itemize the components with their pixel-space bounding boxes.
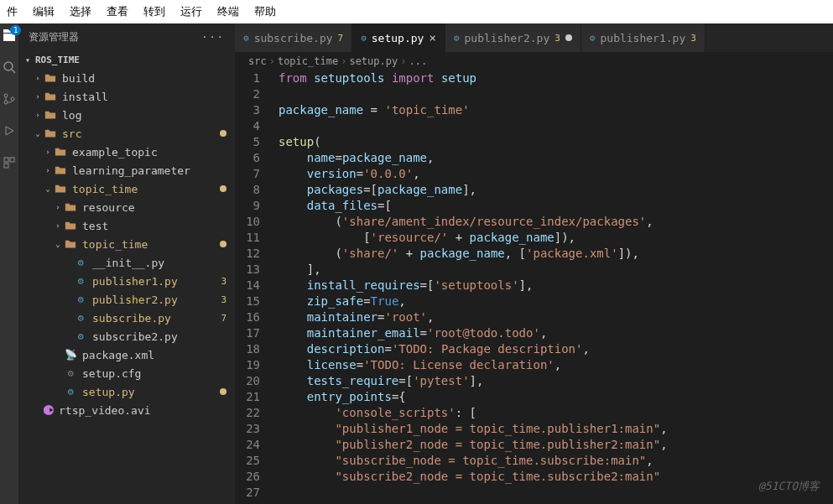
xml-icon [64,348,77,361]
problem-badge: 3 [221,276,226,287]
chevron-down-icon: ⌄ [34,129,42,138]
breadcrumbs[interactable]: src›topic_time›setup.py›... [235,52,833,70]
explorer-icon[interactable]: 1 [3,29,16,45]
chevron-right-icon: › [34,111,42,119]
tree-label: __init__.py [92,257,226,269]
svg-rect-7 [4,164,8,168]
modified-dot-icon [220,241,226,247]
menu-item[interactable]: 运行 [180,4,202,19]
tree-row[interactable]: ⌄src [18,124,235,143]
tab-badge: 3 [690,33,696,44]
menu-item[interactable]: 件 [7,4,18,19]
tab-label: publisher1.py [600,32,685,44]
problem-badge: 3 [221,294,226,305]
menu-item[interactable]: 转到 [143,4,165,19]
breadcrumb-item[interactable]: src [248,55,267,67]
python-icon: ⚙ [590,33,596,44]
python-icon [74,293,87,306]
editor-tab[interactable]: ⚙publisher2.py3 [445,23,581,52]
code-area[interactable]: 1234567891011121314151617181920212223242… [235,70,833,504]
chevron-right-icon: › [44,166,52,174]
tree-row[interactable]: ›learning_parameter [18,161,235,179]
tree-row[interactable]: ›test [18,216,235,235]
editor: ⚙subscribe.py7⚙setup.py×⚙publisher2.py3⚙… [235,23,833,504]
python-icon: ⚙ [454,33,460,44]
tree-label: package.xml [82,349,226,361]
scm-icon[interactable] [3,92,16,109]
tree-row[interactable]: ▶rtsp_video.avi [18,401,235,419]
tab-label: publisher2.py [464,32,549,44]
modified-dot-icon [220,388,226,395]
tree-row[interactable]: ›install [18,87,235,106]
sidebar-title: 资源管理器 [29,30,79,44]
modified-dot-icon [220,185,226,192]
search-icon[interactable] [3,60,16,77]
tree-row[interactable]: subscribe.py7 [18,309,235,327]
watermark: @51CTO博客 [758,479,820,494]
editor-tab[interactable]: ⚙setup.py× [352,23,445,52]
tree-row[interactable]: ⌄topic_time [18,179,235,198]
tree-label: subscribe2.py [92,330,226,343]
tree-row[interactable]: setup.py [18,382,235,401]
python-icon: ⚙ [243,33,249,44]
breadcrumb-item[interactable]: topic_time [278,55,338,67]
python-icon [74,311,87,325]
tree-row[interactable]: subscribe2.py [18,327,235,346]
tree-label: topic_time [82,238,216,251]
sidebar-more-icon[interactable]: ··· [201,31,225,43]
tree-label: install [62,91,226,103]
tree-label: rtsp_video.avi [59,404,226,417]
code-lines[interactable]: from setuptools import setuppackage_name… [275,70,833,504]
folder-icon [44,108,57,122]
debug-icon[interactable] [3,124,16,141]
python-icon [74,330,87,343]
tree-label: log [62,109,226,122]
tree-label: example_topic [72,146,226,158]
chevron-right-icon: › [54,221,62,230]
close-icon[interactable]: × [429,31,435,44]
folder-icon [44,127,57,140]
tree-row[interactable]: ⌄topic_time [18,235,235,253]
tree-row[interactable]: setup.cfg [18,364,235,382]
tree-row[interactable]: publisher1.py3 [18,272,235,290]
menu-item[interactable]: 终端 [217,4,239,19]
editor-tab[interactable]: ⚙subscribe.py7 [235,23,352,52]
breadcrumb-item[interactable]: setup.py [349,55,398,67]
tree-label: test [82,220,226,232]
menu-item[interactable]: 查看 [107,4,128,19]
tree-row[interactable]: publisher2.py3 [18,290,235,309]
tree-row[interactable]: package.xml [18,346,235,364]
svg-rect-5 [4,158,8,162]
tab-badge: 3 [554,33,560,44]
tree-label: setup.cfg [82,367,226,380]
problem-badge: 7 [221,313,226,324]
tree-label: publisher1.py [92,275,221,288]
menu-item[interactable]: 选择 [70,4,91,19]
menu-item[interactable]: 帮助 [254,4,276,19]
menu-item[interactable]: 编辑 [33,4,55,19]
folder-icon [54,182,67,195]
tree-label: build [62,72,226,85]
modified-dot-icon [565,34,572,41]
extensions-icon[interactable] [3,156,16,173]
python-icon: ⚙ [361,33,367,44]
tree-row[interactable]: ›build [18,69,235,87]
gear-icon [64,366,77,380]
chevron-down-icon: ⌄ [54,240,62,248]
sidebar-root[interactable]: ▾ ROS_TIME [18,50,235,69]
svg-point-3 [4,101,8,104]
svg-line-1 [12,70,15,73]
tree-row[interactable]: ›resource [18,198,235,216]
chevron-down-icon: ▾ [23,55,32,65]
tree-row[interactable]: ›log [18,106,235,124]
breadcrumb-item[interactable]: ... [409,55,427,67]
chevron-down-icon: ⌄ [44,184,52,193]
menubar: 件编辑选择查看转到运行终端帮助 [0,0,833,23]
editor-tab[interactable]: ⚙publisher1.py3 [581,23,705,52]
tree-row[interactable]: ›example_topic [18,143,235,161]
line-numbers: 1234567891011121314151617181920212223242… [235,70,275,504]
python-icon [74,274,87,288]
chevron-right-icon: › [44,148,52,156]
tree-row[interactable]: __init__.py [18,253,235,272]
svg-point-4 [11,97,14,101]
